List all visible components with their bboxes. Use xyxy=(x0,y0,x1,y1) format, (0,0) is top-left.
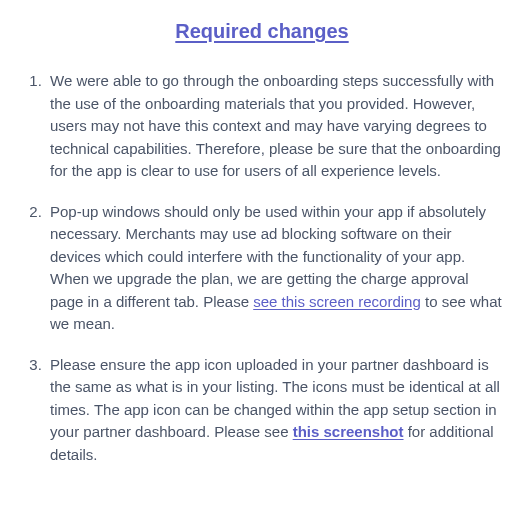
list-item: Pop-up windows should only be used withi… xyxy=(46,201,502,336)
page-title: Required changes xyxy=(22,16,502,46)
list-item-text: We were able to go through the onboardin… xyxy=(50,72,501,179)
required-changes-list: We were able to go through the onboardin… xyxy=(22,70,502,466)
document-body: Required changes We were able to go thro… xyxy=(0,0,524,508)
list-item: We were able to go through the onboardin… xyxy=(46,70,502,183)
screen-recording-link[interactable]: see this screen recording xyxy=(253,293,421,310)
screenshot-link[interactable]: this screenshot xyxy=(293,423,404,440)
list-item: Please ensure the app icon uploaded in y… xyxy=(46,354,502,467)
